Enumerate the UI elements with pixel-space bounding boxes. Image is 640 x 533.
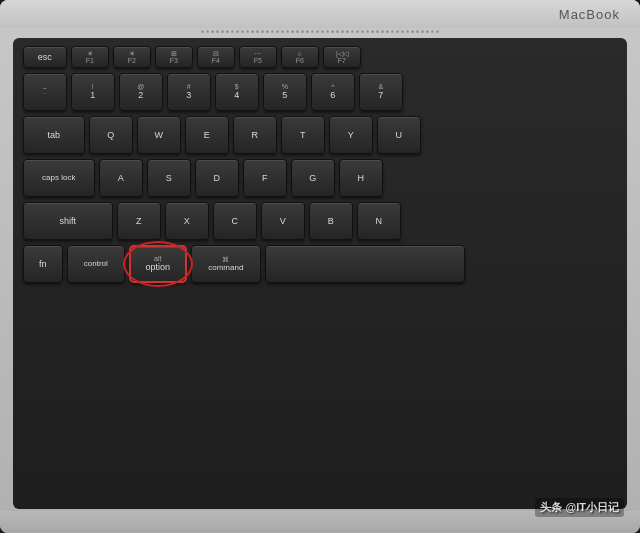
r-key[interactable]: R	[233, 116, 277, 154]
tilde-key[interactable]: ~ `	[23, 73, 67, 111]
f1-key[interactable]: ☀ F1	[71, 46, 109, 68]
control-key[interactable]: control	[67, 245, 125, 283]
option-key-wrapper: alt option	[129, 245, 187, 283]
f2-key[interactable]: ☀ F2	[113, 46, 151, 68]
command-key[interactable]: ⌘ command	[191, 245, 261, 283]
macbook-frame: MacBook esc ☀ F1 ☀ F2	[0, 0, 640, 533]
e-key[interactable]: E	[185, 116, 229, 154]
a-row: caps lock A S D F G H	[23, 159, 617, 197]
f3-key[interactable]: ⊞ F3	[155, 46, 193, 68]
x-key[interactable]: X	[165, 202, 209, 240]
f7-icon: |◁◁	[336, 50, 348, 57]
f5-icon: ⋯	[254, 50, 261, 57]
f6-key[interactable]: ☼ F6	[281, 46, 319, 68]
esc-label: esc	[38, 52, 52, 63]
f5-key[interactable]: ⋯ F5	[239, 46, 277, 68]
speaker-grill-top	[48, 30, 592, 33]
top-bar: MacBook	[0, 0, 640, 28]
f3-icon: ⊞	[171, 50, 177, 57]
w-key[interactable]: W	[137, 116, 181, 154]
s-key[interactable]: S	[147, 159, 191, 197]
f7-key[interactable]: |◁◁ F7	[323, 46, 361, 68]
u-key[interactable]: U	[377, 116, 421, 154]
num-row: ~ ` ! 1 @ 2 # 3 $ 4 % 5	[23, 73, 617, 111]
macbook-logo: MacBook	[559, 7, 620, 22]
f4-key[interactable]: ⊟ F4	[197, 46, 235, 68]
f4-icon: ⊟	[213, 50, 219, 57]
b-key[interactable]: B	[309, 202, 353, 240]
4-key[interactable]: $ 4	[215, 73, 259, 111]
g-key[interactable]: G	[291, 159, 335, 197]
f6-icon: ☼	[297, 50, 303, 57]
5-key[interactable]: % 5	[263, 73, 307, 111]
fn-row: esc ☀ F1 ☀ F2 ⊞ F3 ⊟ F4 ⋯ F5	[23, 46, 617, 68]
f2-icon: ☀	[129, 50, 135, 57]
z-row: shift Z X C V B N	[23, 202, 617, 240]
h-key[interactable]: H	[339, 159, 383, 197]
2-key[interactable]: @ 2	[119, 73, 163, 111]
c-key[interactable]: C	[213, 202, 257, 240]
z-key[interactable]: Z	[117, 202, 161, 240]
q-key[interactable]: Q	[89, 116, 133, 154]
3-key[interactable]: # 3	[167, 73, 211, 111]
6-key[interactable]: ^ 6	[311, 73, 355, 111]
tab-key[interactable]: tab	[23, 116, 85, 154]
space-key[interactable]	[265, 245, 465, 283]
7-key[interactable]: & 7	[359, 73, 403, 111]
a-key[interactable]: A	[99, 159, 143, 197]
caps-lock-key[interactable]: caps lock	[23, 159, 95, 197]
d-key[interactable]: D	[195, 159, 239, 197]
left-shift-key[interactable]: shift	[23, 202, 113, 240]
f1-icon: ☀	[87, 50, 93, 57]
fn-key[interactable]: fn	[23, 245, 63, 283]
q-row: tab Q W E R T Y U	[23, 116, 617, 154]
watermark: 头条 @IT小日记	[535, 498, 624, 517]
keyboard-area: esc ☀ F1 ☀ F2 ⊞ F3 ⊟ F4 ⋯ F5	[13, 38, 627, 509]
v-key[interactable]: V	[261, 202, 305, 240]
1-key[interactable]: ! 1	[71, 73, 115, 111]
bottom-row: fn control alt option ⌘ command	[23, 245, 617, 283]
n-key[interactable]: N	[357, 202, 401, 240]
y-key[interactable]: Y	[329, 116, 373, 154]
f-key[interactable]: F	[243, 159, 287, 197]
t-key[interactable]: T	[281, 116, 325, 154]
option-key[interactable]: alt option	[129, 245, 187, 283]
esc-key[interactable]: esc	[23, 46, 67, 68]
